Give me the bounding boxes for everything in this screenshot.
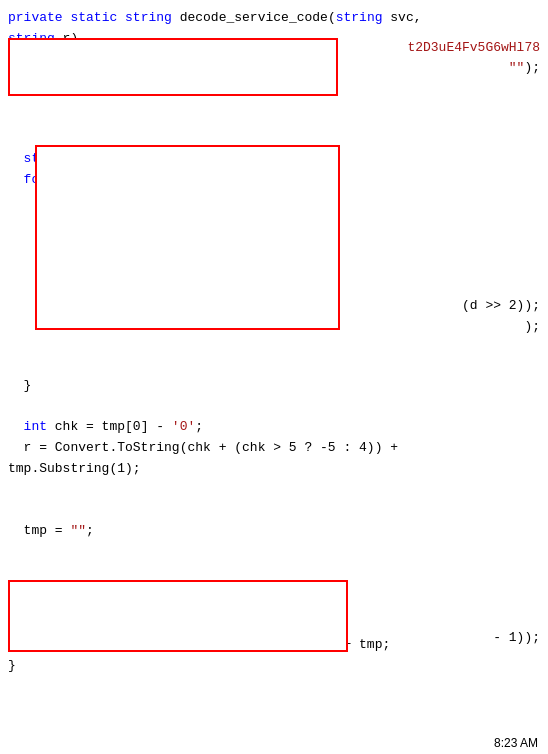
code-line-15: tmp = ""; — [0, 521, 548, 542]
redbox-2 — [35, 145, 340, 330]
redbox2-right-text1: (d >> 2)); — [462, 296, 540, 317]
redbox1-right-text: t2D3uE4Fv5G6wHl78 — [407, 38, 540, 59]
code-line-14 — [0, 501, 548, 522]
code-line-8: } — [0, 376, 548, 397]
code-line-1: private static string decode_service_cod… — [0, 8, 548, 29]
status-bar: 8:23 AM — [0, 736, 548, 754]
code-line-13 — [0, 480, 548, 501]
status-time: 8:23 AM — [494, 736, 538, 750]
code-line-12: tmp.Substring(1); — [0, 459, 548, 480]
code-viewer: private static string decode_service_cod… — [0, 0, 548, 677]
redbox3-right-text: - 1)); — [493, 628, 540, 649]
int-keyword: int — [24, 419, 47, 434]
code-line-10: int chk = tmp[0] - '0'; — [0, 417, 548, 438]
code-line-11: r = Convert.ToString(chk + (chk > 5 ? -5… — [0, 438, 548, 459]
redbox-3 — [8, 580, 348, 652]
code-line-9 — [0, 397, 548, 418]
code-line-18: } — [0, 656, 548, 677]
redbox2-right-text2: ); — [524, 317, 540, 338]
redbox-1 — [8, 38, 338, 96]
redbox1-right-text2: ""); — [509, 58, 540, 79]
